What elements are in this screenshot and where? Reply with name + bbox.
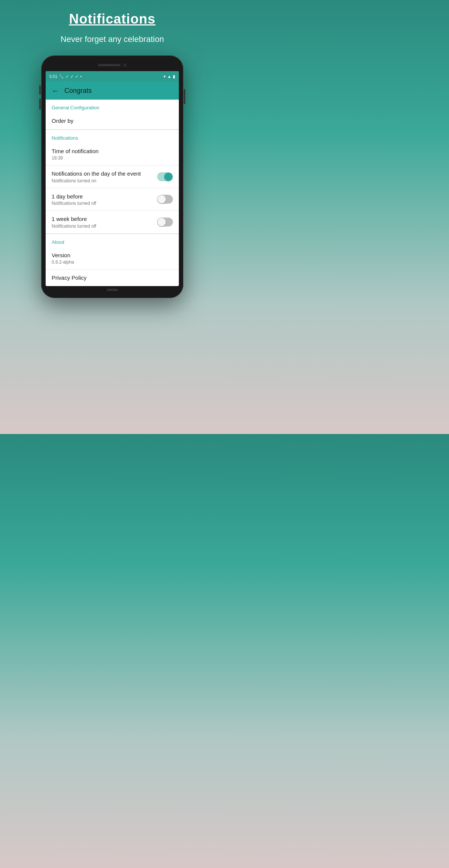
setting-week-before-text: 1 week before Notifications turned off: [52, 215, 153, 229]
status-left: 5:51 🔧 ✓ ✓ ✓ •: [49, 74, 82, 79]
status-bar: 5:51 🔧 ✓ ✓ ✓ • ▾ ▲ ▮: [46, 71, 179, 82]
setting-day-before-text: 1 day before Notifications turned off: [52, 193, 153, 206]
setting-day-event-label: Notifications on the day of the event: [52, 170, 153, 177]
setting-time-value: 18:39: [52, 155, 173, 161]
setting-version-text: Version 0.9.2-alpha: [52, 252, 173, 265]
setting-privacy-text: Privacy Policy: [52, 274, 173, 282]
setting-privacy-label: Privacy Policy: [52, 274, 173, 282]
settings-content: General Configuration Order by Notificat…: [46, 100, 179, 286]
toggle-day-event-knob: [164, 173, 172, 181]
setting-order-by[interactable]: Order by: [46, 113, 179, 130]
page-header: Notifications Never forget any celebrati…: [0, 0, 224, 52]
setting-day-before-label: 1 day before: [52, 193, 153, 200]
wifi-icon: ▾: [164, 74, 166, 79]
setting-order-by-text: Order by: [52, 117, 173, 125]
battery-icon: ▮: [173, 74, 175, 79]
setting-week-before-status: Notifications turned off: [52, 224, 153, 229]
check-icon-2: ✓: [70, 74, 74, 79]
power-button: [184, 89, 185, 104]
section-general-header: General Configuration: [46, 100, 179, 113]
page-title: Notifications: [7, 11, 217, 27]
dot-icon: •: [80, 74, 82, 79]
setting-week-before[interactable]: 1 week before Notifications turned off: [46, 211, 179, 234]
setting-week-before-label: 1 week before: [52, 215, 153, 223]
toggle-day-of-event[interactable]: [157, 172, 173, 181]
signal-icon: ▲: [167, 74, 171, 79]
setting-day-event-status: Notifications turned on: [52, 178, 153, 183]
section-about-header: About: [46, 234, 179, 247]
app-toolbar: ← Congrats: [46, 82, 179, 100]
setting-day-of-event[interactable]: Notifications on the day of the event No…: [46, 166, 179, 188]
toggle-day-before-knob: [158, 195, 166, 203]
phone-bottom: [46, 286, 179, 294]
setting-version: Version 0.9.2-alpha: [46, 247, 179, 270]
setting-version-label: Version: [52, 252, 173, 259]
toggle-week-before-knob: [158, 218, 166, 226]
volume-up-button: [39, 85, 41, 95]
toggle-week-before[interactable]: [157, 218, 173, 227]
toggle-day-before[interactable]: [157, 195, 173, 204]
setting-day-before[interactable]: 1 day before Notifications turned off: [46, 188, 179, 211]
back-button[interactable]: ←: [52, 87, 59, 95]
setting-privacy-policy[interactable]: Privacy Policy: [46, 270, 179, 286]
phone-screen: 5:51 🔧 ✓ ✓ ✓ • ▾ ▲ ▮ ← Congrats General …: [46, 71, 179, 286]
setting-time-label: Time of notification: [52, 148, 173, 155]
setting-time-notification[interactable]: Time of notification 18:39: [46, 143, 179, 166]
setting-time-text: Time of notification 18:39: [52, 148, 173, 161]
wrench-icon: 🔧: [59, 74, 64, 79]
page-subtitle: Never forget any celebration: [7, 34, 217, 44]
check-icon-3: ✓: [75, 74, 79, 79]
setting-day-before-status: Notifications turned off: [52, 201, 153, 206]
status-right: ▾ ▲ ▮: [164, 74, 175, 79]
home-button[interactable]: [107, 289, 118, 291]
setting-day-event-text: Notifications on the day of the event No…: [52, 170, 153, 183]
check-icon-1: ✓: [65, 74, 69, 79]
phone-frame: 5:51 🔧 ✓ ✓ ✓ • ▾ ▲ ▮ ← Congrats General …: [41, 55, 183, 298]
phone-camera: [123, 64, 126, 67]
setting-version-value: 0.9.2-alpha: [52, 260, 173, 265]
status-time: 5:51: [49, 74, 57, 79]
toolbar-title: Congrats: [64, 87, 92, 95]
setting-order-by-label: Order by: [52, 117, 173, 125]
volume-down-button: [39, 98, 41, 110]
phone-speaker: [98, 64, 120, 66]
section-notifications-header: Notifications: [46, 130, 179, 143]
phone-top-bar: [46, 60, 179, 70]
